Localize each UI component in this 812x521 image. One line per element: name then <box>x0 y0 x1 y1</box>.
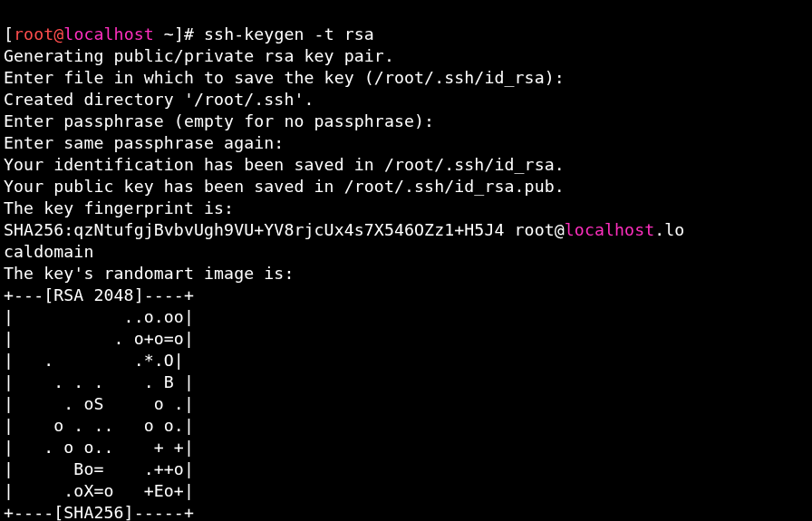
randomart-line: | Bo= .++o| <box>4 459 194 478</box>
randomart-line: | . o o.. + +| <box>4 438 194 457</box>
randomart-line: | . oS o .| <box>4 394 194 413</box>
output-line: Generating public/private rsa key pair. <box>4 46 394 65</box>
randomart-line: | .oX=o +Eo+| <box>4 481 194 500</box>
randomart-line: | ..o.oo| <box>4 307 194 326</box>
randomart-line: | . .*.O| <box>4 351 184 370</box>
prompt-user: root <box>14 24 53 43</box>
randomart-line: | . o+o=o| <box>4 329 194 348</box>
randomart-line: +---[RSA 2048]----+ <box>4 285 194 304</box>
fingerprint-pre: SHA256:qzNtufgjBvbvUgh9VU+YV8rjcUx4s7X54… <box>4 220 565 239</box>
prompt-host: localhost <box>63 24 153 43</box>
output-line: The key's randomart image is: <box>4 264 294 283</box>
prompt-open: [ <box>4 24 14 43</box>
output-line: Your identification has been saved in /r… <box>4 155 565 174</box>
randomart-line: | . . . . B | <box>4 372 194 391</box>
output-line: caldomain <box>4 242 93 261</box>
prompt-rest: ~]# <box>154 24 204 43</box>
command-text[interactable]: ssh-keygen -t rsa <box>204 24 374 43</box>
output-line: Created directory '/root/.ssh'. <box>4 90 314 109</box>
fingerprint-host: localhost <box>565 220 654 239</box>
output-line: Enter file in which to save the key (/ro… <box>4 68 565 87</box>
fingerprint-post: .lo <box>654 220 684 239</box>
randomart-line: | o . .. o o.| <box>4 416 194 435</box>
output-line: Enter passphrase (empty for no passphras… <box>4 111 434 130</box>
output-line: Your public key has been saved in /root/… <box>4 177 565 196</box>
output-line: The key fingerprint is: <box>4 198 234 217</box>
terminal-output: [root@localhost ~]# ssh-keygen -t rsa Ge… <box>0 0 812 521</box>
output-line: Enter same passphrase again: <box>4 133 284 152</box>
prompt-at: @ <box>53 24 63 43</box>
randomart-line: +----[SHA256]-----+ <box>4 503 194 521</box>
